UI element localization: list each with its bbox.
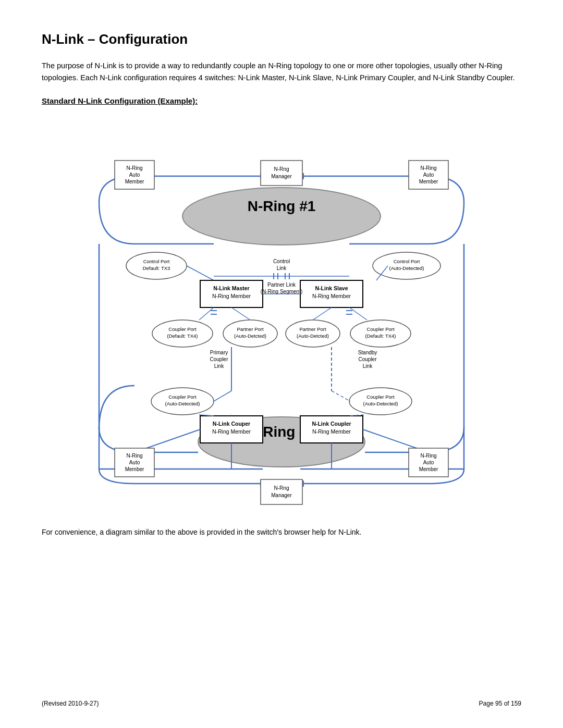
section-heading: Standard N-Link Configuration (Example): [42, 96, 521, 105]
svg-line-31 [187, 266, 214, 280]
svg-text:(Auto-Detcted): (Auto-Detcted) [297, 333, 329, 339]
svg-text:Coupler: Coupler [358, 356, 377, 362]
svg-text:Manager: Manager [271, 492, 292, 498]
svg-text:Partner Link: Partner Link [267, 282, 296, 288]
svg-text:N-Ring Member: N-Ring Member [212, 293, 251, 299]
svg-text:Coupler Port: Coupler Port [168, 326, 197, 332]
svg-text:Member: Member [125, 179, 144, 184]
svg-text:Control: Control [273, 258, 290, 264]
svg-text:Coupler Port: Coupler Port [366, 394, 395, 400]
svg-text:N-Link Slave: N-Link Slave [315, 285, 348, 291]
svg-text:Member: Member [419, 466, 438, 472]
svg-line-61 [313, 307, 332, 320]
svg-text:N-Link Coupler: N-Link Coupler [312, 421, 351, 427]
svg-text:Manager: Manager [271, 174, 292, 179]
svg-text:(Default: TX4): (Default: TX4) [167, 333, 198, 339]
svg-text:(Auto-Detcted): (Auto-Detcted) [234, 333, 266, 339]
svg-text:Link: Link [277, 265, 287, 271]
svg-text:Standby: Standby [358, 350, 377, 355]
svg-text:Member: Member [125, 466, 144, 472]
svg-text:Partner Port: Partner Port [237, 326, 264, 332]
svg-text:Auto: Auto [129, 460, 140, 465]
svg-text:Link: Link [363, 363, 373, 369]
revised-date: (Revised 2010-9-27) [42, 700, 99, 707]
svg-text:N-Ring: N-Ring [420, 165, 436, 171]
svg-point-0 [182, 188, 381, 245]
svg-text:N-Ring: N-Ring [126, 453, 142, 459]
intro-paragraph: The purpose of N-Link is to provide a wa… [42, 60, 521, 84]
page-footer: (Revised 2010-9-27) Page 95 of 159 [42, 700, 521, 707]
svg-text:N-Ring: N-Ring [126, 165, 142, 171]
svg-text:Member: Member [419, 179, 438, 184]
svg-text:Auto: Auto [129, 172, 140, 178]
svg-text:N-Link Couper: N-Link Couper [213, 421, 250, 427]
svg-text:Coupler: Coupler [210, 356, 228, 362]
svg-text:N-Rng: N-Rng [274, 166, 289, 172]
svg-line-60 [231, 307, 250, 320]
svg-text:Auto: Auto [423, 172, 434, 178]
svg-text:N-Link Master: N-Link Master [213, 285, 249, 291]
svg-text:(Auto-Detected): (Auto-Detected) [389, 265, 424, 271]
svg-text:(Default: TX4): (Default: TX4) [365, 333, 396, 339]
svg-line-81 [214, 391, 231, 401]
network-diagram: N-Ring #1 N-Ring #2 N-Ring Auto Member N… [57, 115, 506, 511]
svg-text:Partner Port: Partner Port [299, 326, 326, 332]
page-number: Page 95 of 159 [479, 700, 521, 707]
page-title: N-Link – Configuration [42, 31, 521, 47]
svg-text:N-Ring Member: N-Ring Member [312, 293, 351, 299]
svg-text:Coupler Port: Coupler Port [366, 326, 395, 332]
svg-text:N-Ring: N-Ring [420, 453, 436, 459]
svg-text:(Auto-Detected): (Auto-Detected) [363, 401, 398, 406]
svg-text:N-Ring Member: N-Ring Member [212, 428, 251, 435]
footer-paragraph: For convenience, a diagram similar to th… [42, 526, 521, 538]
svg-rect-16 [261, 161, 302, 186]
svg-text:N-Ring Member: N-Ring Member [312, 428, 351, 435]
svg-text:Control Port: Control Port [143, 258, 170, 264]
svg-text:(Auto-Detected): (Auto-Detected) [165, 401, 200, 406]
svg-rect-113 [261, 479, 302, 504]
svg-text:Primary: Primary [210, 350, 228, 355]
svg-text:Auto: Auto [423, 460, 434, 465]
svg-text:N-Ring #1: N-Ring #1 [248, 198, 316, 214]
svg-text:N-Rng: N-Rng [274, 485, 289, 491]
svg-text:Link: Link [214, 363, 224, 369]
svg-text:Default: TX3: Default: TX3 [143, 265, 170, 271]
svg-text:Coupler Port: Coupler Port [168, 394, 197, 400]
svg-text:Control Port: Control Port [394, 258, 420, 264]
svg-line-82 [332, 391, 350, 401]
